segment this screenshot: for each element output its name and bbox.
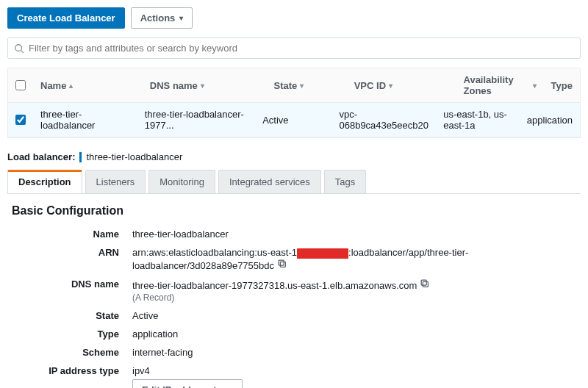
svg-rect-3	[279, 260, 284, 265]
label-dns: DNS name	[7, 279, 132, 290]
sort-icon: ▾	[300, 82, 304, 90]
cell-name: three-tier-loadbalancer	[33, 103, 137, 137]
column-header-dns[interactable]: DNS name▾	[143, 74, 267, 97]
label-state: State	[7, 310, 132, 321]
value-ip-type: ipv4	[132, 365, 581, 376]
column-header-state[interactable]: State▾	[266, 74, 346, 97]
value-type: application	[132, 328, 581, 340]
copy-icon[interactable]	[420, 279, 430, 289]
chevron-down-icon: ▾	[179, 14, 183, 22]
cell-vpc: vpc-068b9ca43e5eecb20	[331, 103, 436, 137]
label-ip-type: IP address type	[7, 365, 132, 376]
sort-icon: ▾	[533, 82, 537, 90]
svg-rect-5	[421, 280, 426, 285]
create-load-balancer-button[interactable]: Create Load Balancer	[7, 7, 125, 29]
value-dns: three-tier-loadbalancer-1977327318.us-ea…	[132, 280, 417, 291]
select-all-header[interactable]	[8, 74, 33, 96]
copy-icon[interactable]	[277, 259, 287, 269]
sort-icon: ▾	[389, 82, 392, 90]
value-name: three-tier-loadbalancer	[132, 229, 581, 240]
svg-line-1	[21, 50, 24, 53]
tab-monitoring[interactable]: Monitoring	[148, 170, 215, 193]
tab-tags[interactable]: Tags	[324, 170, 366, 193]
value-state: Active	[132, 310, 581, 321]
sort-icon: ▴	[69, 82, 73, 90]
search-icon	[14, 43, 24, 54]
load-balancers-table: Name▴ DNS name▾ State▾ VPC ID▾ Availabil…	[7, 68, 581, 138]
filter-input[interactable]	[29, 43, 574, 54]
selected-value: three-tier-loadbalancer	[86, 151, 182, 162]
cell-state: Active	[255, 109, 331, 132]
tab-listeners[interactable]: Listeners	[85, 170, 146, 193]
edit-ip-address-type-button[interactable]: Edit IP address type	[132, 379, 243, 388]
selected-load-balancer-bar: Load balancer: three-tier-loadbalancer	[7, 151, 581, 162]
column-header-az[interactable]: Availability Zones▾	[456, 68, 544, 102]
detail-tabs: Description Listeners Monitoring Integra…	[7, 170, 581, 193]
column-header-type[interactable]: Type	[544, 74, 580, 97]
select-all-checkbox[interactable]	[15, 80, 26, 90]
cell-dns: three-tier-loadbalancer-1977...	[137, 103, 255, 137]
tab-integrated-services[interactable]: Integrated services	[218, 170, 321, 193]
value-arn: arn:aws:elasticloadbalancing:us-east-1:l…	[132, 247, 581, 271]
table-row[interactable]: three-tier-loadbalancer three-tier-loadb…	[8, 103, 580, 137]
redacted-account-id	[297, 248, 348, 259]
cell-type: application	[520, 109, 580, 132]
label-type: Type	[7, 328, 132, 340]
actions-label: Actions	[140, 12, 176, 24]
value-scheme: internet-facing	[132, 347, 581, 358]
svg-rect-4	[423, 281, 428, 287]
accent-bar	[79, 152, 82, 162]
label-arn: ARN	[7, 247, 132, 258]
section-title: Basic Configuration	[12, 204, 581, 218]
svg-point-0	[15, 44, 22, 51]
tab-description[interactable]: Description	[7, 170, 82, 193]
tab-panel-description: Basic Configuration Name three-tier-load…	[7, 193, 581, 388]
label-scheme: Scheme	[7, 347, 132, 358]
sort-icon: ▾	[201, 82, 204, 90]
column-header-name[interactable]: Name▴	[33, 74, 143, 97]
column-header-vpc[interactable]: VPC ID▾	[347, 74, 456, 97]
cell-az: us-east-1b, us-east-1a	[436, 103, 520, 137]
svg-rect-2	[280, 262, 285, 267]
label-name: Name	[7, 229, 132, 240]
actions-button[interactable]: Actions ▾	[131, 7, 193, 29]
filter-bar[interactable]	[7, 37, 581, 59]
selected-label: Load balancer:	[7, 151, 75, 162]
value-dns-sub: (A Record)	[132, 292, 581, 303]
row-checkbox[interactable]	[15, 115, 26, 125]
